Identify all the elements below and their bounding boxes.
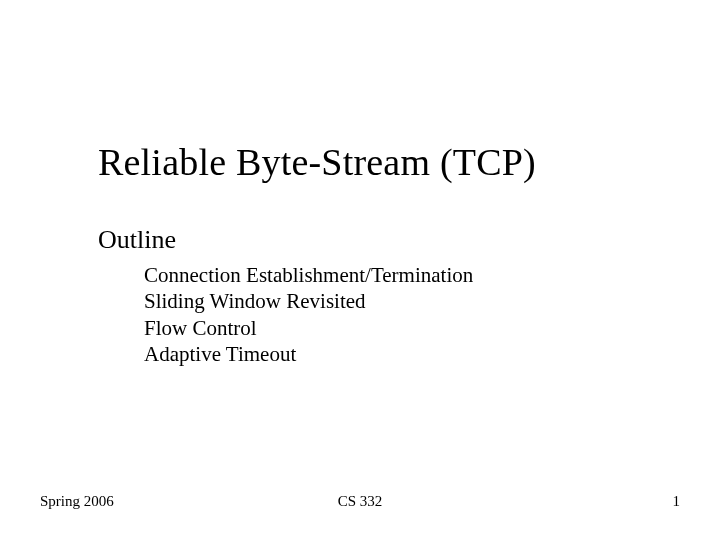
list-item: Connection Establishment/Termination [144, 262, 473, 288]
footer-course: CS 332 [0, 493, 720, 510]
slide: Reliable Byte-Stream (TCP) Outline Conne… [0, 0, 720, 540]
outline-heading: Outline [98, 225, 176, 255]
list-item: Sliding Window Revisited [144, 288, 473, 314]
outline-list: Connection Establishment/Termination Sli… [144, 262, 473, 367]
page-number: 1 [673, 493, 681, 510]
list-item: Adaptive Timeout [144, 341, 473, 367]
list-item: Flow Control [144, 315, 473, 341]
slide-title: Reliable Byte-Stream (TCP) [98, 140, 658, 184]
